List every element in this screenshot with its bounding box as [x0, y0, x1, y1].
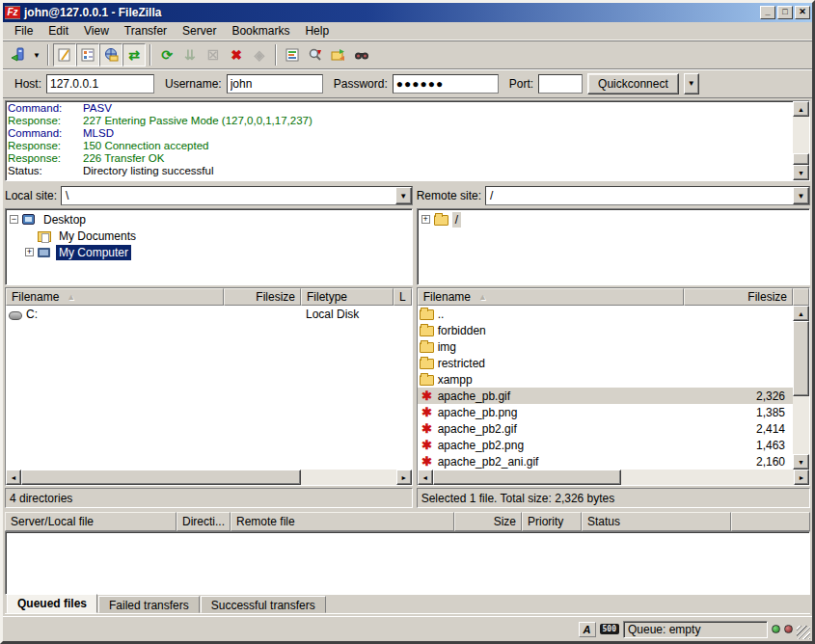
collapse-icon[interactable]: −: [10, 215, 18, 224]
queue-column-status[interactable]: Status: [582, 512, 731, 531]
cancel-operation-icon[interactable]: ☒: [202, 43, 225, 67]
scroll-left-icon[interactable]: ◄: [6, 470, 21, 485]
remote-file-row[interactable]: ✱apache_pb2.gif2,414: [418, 420, 793, 437]
remote-file-row-selected[interactable]: ✱apache_pb.gif2,326: [418, 388, 793, 404]
queue-column-size[interactable]: Size: [454, 512, 522, 531]
port-input[interactable]: [538, 74, 583, 94]
quickconnect-dropdown-icon[interactable]: ▼: [684, 73, 699, 94]
scroll-down-icon[interactable]: ▼: [793, 165, 809, 180]
toggle-remote-tree-icon[interactable]: [99, 43, 122, 67]
tab-queued-files[interactable]: Queued files: [7, 594, 97, 613]
remote-file-row[interactable]: restricted: [418, 355, 793, 371]
local-file-row[interactable]: C: Local Disk: [6, 306, 412, 322]
remote-column-filesize[interactable]: Filesize: [684, 288, 793, 306]
folder-icon: [420, 308, 435, 320]
folder-icon: [420, 373, 435, 386]
sort-ascending-icon: ▲: [478, 292, 487, 302]
resize-grip[interactable]: [797, 626, 810, 639]
menu-file[interactable]: File: [7, 22, 41, 40]
maximize-button[interactable]: □: [777, 6, 793, 19]
host-input[interactable]: [46, 74, 154, 94]
scroll-thumb[interactable]: [793, 153, 809, 165]
remote-file-row[interactable]: img: [418, 338, 793, 355]
remote-file-row[interactable]: forbidden: [418, 322, 793, 338]
folder-icon: [420, 340, 435, 353]
process-queue-icon[interactable]: ⇊: [178, 43, 202, 67]
local-column-filesize[interactable]: Filesize: [224, 288, 301, 306]
menu-server[interactable]: Server: [175, 22, 224, 40]
tree-item-my-documents[interactable]: + My Documents: [6, 228, 412, 244]
queue-column-remotefile[interactable]: Remote file: [231, 512, 454, 531]
quickconnect-button[interactable]: Quickconnect: [587, 73, 679, 94]
expand-icon[interactable]: +: [25, 248, 34, 256]
directory-listing-filters-icon[interactable]: [281, 43, 304, 67]
site-manager-dropdown-icon[interactable]: ▼: [30, 44, 43, 66]
speed-limit-icon[interactable]: 500: [600, 624, 619, 634]
queue-column-direction[interactable]: Directi...: [177, 512, 231, 531]
tree-item-root[interactable]: + /: [418, 211, 809, 228]
minimize-button[interactable]: _: [760, 6, 775, 19]
remote-vscrollbar[interactable]: ▲ ▼: [793, 306, 809, 470]
local-column-filetype[interactable]: Filetype: [301, 288, 394, 306]
close-button[interactable]: ✕: [795, 6, 810, 19]
scroll-thumb[interactable]: [433, 470, 621, 485]
refresh-icon[interactable]: ⟳: [155, 43, 178, 67]
remote-file-row[interactable]: ..: [418, 306, 793, 322]
remote-file-row[interactable]: ✱apache_pb2_ani.gif2,160: [418, 453, 793, 470]
directory-comparison-icon[interactable]: [327, 43, 350, 67]
transfer-type-icon[interactable]: A: [579, 622, 596, 637]
tab-failed-transfers[interactable]: Failed transfers: [98, 596, 200, 613]
statusbar: A 500 Queue: empty: [3, 616, 812, 641]
expand-icon[interactable]: +: [421, 215, 430, 224]
toggle-local-tree-icon[interactable]: [76, 43, 99, 67]
remote-file-row[interactable]: xampp: [418, 371, 793, 388]
titlebar[interactable]: Fz john@127.0.0.1 - FileZilla _ □ ✕: [3, 3, 812, 22]
scroll-thumb[interactable]: [793, 321, 809, 396]
menu-bookmarks[interactable]: Bookmarks: [224, 22, 297, 40]
remote-column-filename[interactable]: Filename▲: [418, 288, 684, 306]
remote-hscrollbar[interactable]: ◄ ►: [418, 470, 809, 485]
password-input[interactable]: [393, 74, 499, 94]
tree-item-my-computer[interactable]: + My Computer: [6, 244, 412, 260]
local-hscrollbar[interactable]: ◄ ►: [6, 470, 412, 485]
chevron-down-icon[interactable]: ▼: [395, 187, 412, 204]
menu-view[interactable]: View: [76, 22, 117, 40]
remote-site-combo[interactable]: / ▼: [485, 186, 810, 205]
find-files-icon[interactable]: [350, 43, 373, 67]
local-pane: Local site: \ ▼ − Desktop + My Documents: [5, 185, 413, 508]
log-line: Response:226 Transfer OK: [8, 152, 791, 165]
scroll-down-icon[interactable]: ▼: [793, 454, 809, 470]
scroll-right-icon[interactable]: ►: [396, 470, 412, 485]
scroll-left-icon[interactable]: ◄: [418, 470, 433, 485]
queue-column-serverlocal[interactable]: Server/Local file: [5, 512, 177, 531]
menu-help[interactable]: Help: [297, 22, 337, 40]
toggle-message-log-icon[interactable]: [53, 43, 76, 67]
toggle-transfer-queue-icon[interactable]: ⇄: [122, 43, 146, 67]
site-manager-icon[interactable]: [7, 43, 30, 67]
disconnect-icon[interactable]: ✖: [225, 43, 248, 67]
scroll-right-icon[interactable]: ►: [794, 470, 809, 485]
scroll-thumb[interactable]: [21, 470, 301, 485]
local-site-combo[interactable]: \ ▼: [61, 186, 413, 205]
local-site-label: Local site:: [5, 189, 57, 202]
username-label: Username:: [165, 77, 222, 91]
menu-transfer[interactable]: Transfer: [117, 22, 175, 40]
tab-successful-transfers[interactable]: Successful transfers: [201, 596, 326, 613]
activity-led-green: [772, 625, 780, 633]
username-input[interactable]: [227, 74, 323, 94]
queue-column-priority[interactable]: Priority: [522, 512, 582, 531]
local-column-lastmodified[interactable]: L: [394, 288, 412, 306]
filename-filters-icon[interactable]: [304, 43, 327, 67]
reconnect-icon[interactable]: ◈: [248, 43, 271, 67]
remote-file-row[interactable]: ✱apache_pb2.png1,463: [418, 437, 793, 453]
log-scrollbar[interactable]: ▲ ▼: [793, 101, 809, 180]
menu-edit[interactable]: Edit: [41, 22, 76, 40]
remote-file-row[interactable]: ✱apache_pb.png1,385: [418, 404, 793, 420]
chevron-down-icon[interactable]: ▼: [793, 187, 809, 204]
tree-item-desktop[interactable]: − Desktop: [6, 211, 412, 228]
toolbar: ▼ ⇄ ⟳ ⇊ ☒ ✖ ◈: [3, 40, 812, 69]
scroll-up-icon[interactable]: ▲: [793, 101, 809, 117]
local-column-filename[interactable]: Filename▲: [6, 288, 224, 306]
folder-icon: [434, 213, 449, 227]
scroll-up-icon[interactable]: ▲: [793, 306, 809, 321]
